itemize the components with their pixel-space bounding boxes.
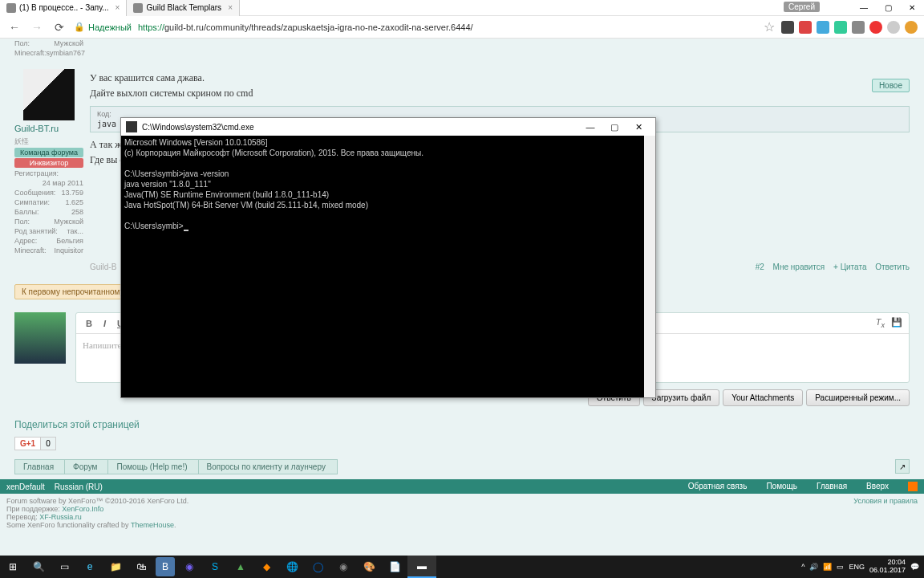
ext-icon[interactable] [852, 21, 865, 34]
minimize-icon[interactable]: — [852, 0, 876, 16]
maximize-icon[interactable]: ▢ [876, 0, 900, 16]
tab-title: (1) В процессе.. - Запу... [19, 3, 109, 12]
cmd-terminal[interactable]: Microsoft Windows [Version 10.0.10586] (… [121, 136, 655, 397]
footer-bar: xenDefault Russian (RU) Обратная связь П… [0, 479, 924, 494]
home-link[interactable]: Главная [817, 482, 847, 491]
vk-icon[interactable]: В [156, 557, 175, 576]
ext-icon[interactable] [869, 21, 882, 34]
post-number[interactable]: #2 [756, 263, 764, 271]
scrollbar[interactable] [644, 136, 655, 397]
breadcrumb-item[interactable]: Вопросы по клиенту и лаунчеру [198, 459, 338, 474]
breadcrumb-item[interactable]: Форум [64, 459, 109, 474]
ext-icon[interactable] [834, 21, 847, 34]
avatar[interactable] [23, 69, 75, 120]
italic-button[interactable]: I [100, 317, 109, 330]
ext-icon[interactable] [781, 21, 794, 34]
save-draft-icon[interactable]: 💾 [891, 317, 902, 329]
gplus-widget[interactable]: G+10 [14, 435, 56, 450]
url-field[interactable]: https://guild-bt.ru/community/threads/za… [138, 22, 757, 32]
clear-format-icon[interactable]: Tx [876, 317, 885, 329]
skype-icon[interactable]: S [202, 556, 228, 578]
close-icon[interactable]: ✕ [626, 119, 650, 135]
like-link[interactable]: Мне нравится [773, 263, 825, 271]
minimize-icon[interactable]: — [578, 119, 602, 135]
lang-link[interactable]: Russian (RU) [55, 482, 103, 491]
breadcrumb-item[interactable]: Главная [14, 459, 66, 474]
cmd-taskbar-icon[interactable]: ▬ [407, 556, 436, 578]
start-button[interactable]: ⊞ [0, 556, 26, 578]
reload-button[interactable]: ⟳ [51, 19, 67, 35]
cmd-titlebar[interactable]: C:\Windows\system32\cmd.exe — ▢ ✕ [121, 118, 655, 136]
maximize-icon[interactable]: ▢ [602, 119, 626, 135]
forward-button[interactable]: → [29, 19, 45, 35]
secure-indicator[interactable]: 🔒 Надежный [74, 22, 132, 32]
app-icon[interactable]: ◯ [305, 556, 330, 578]
username-link[interactable]: Guild-BT.ru [14, 124, 83, 133]
top-link[interactable]: Вверх [866, 482, 889, 491]
notification-icon[interactable]: 💬 [910, 563, 919, 571]
terms-link[interactable]: Условия и правила [853, 497, 918, 505]
user-badge: Сергей [784, 2, 820, 12]
reply-link[interactable]: Ответить [875, 263, 910, 271]
star-icon[interactable]: ☆ [764, 19, 775, 35]
advanced-button[interactable]: Расширенный режим... [806, 389, 910, 406]
browser-titlebar: (1) В процессе.. - Запу... × Guild Black… [0, 0, 924, 16]
bold-button[interactable]: B [83, 317, 95, 330]
quote-link[interactable]: + Цитата [833, 263, 866, 271]
clock[interactable]: 20:04 06.01.2017 [869, 559, 906, 575]
cmd-window[interactable]: C:\Windows\system32\cmd.exe — ▢ ✕ Micros… [120, 117, 656, 398]
close-icon[interactable]: ✕ [900, 0, 924, 16]
cursor [184, 230, 188, 231]
scroll-top-icon[interactable]: ↗ [895, 459, 910, 474]
breadcrumb: Главная Форум Помощь (Help me!) Вопросы … [14, 459, 910, 474]
address-bar: ← → ⟳ 🔒 Надежный https://guild-bt.ru/com… [0, 16, 924, 39]
avatar-icon[interactable] [905, 21, 918, 34]
back-button[interactable]: ← [6, 19, 22, 35]
ext-icon[interactable] [799, 21, 812, 34]
volume-icon[interactable]: 🔊 [809, 563, 818, 571]
network-icon[interactable]: 📶 [823, 563, 832, 571]
lang-indicator[interactable]: ENG [849, 563, 865, 571]
steam-icon[interactable]: ◉ [330, 556, 356, 578]
tab-2[interactable]: Guild Black Templars × [127, 0, 240, 16]
attachments-button[interactable]: Your Attachments [723, 389, 803, 406]
new-button[interactable]: Новое [872, 79, 910, 92]
window-controls: — ▢ ✕ [852, 0, 924, 16]
app-icon[interactable]: ◆ [253, 556, 279, 578]
app-icon[interactable]: 📄 [382, 556, 407, 578]
breadcrumb-item[interactable]: Помощь (Help me!) [107, 459, 199, 474]
contact-link[interactable]: Обратная связь [688, 482, 748, 491]
rss-icon[interactable] [908, 482, 918, 491]
favicon [133, 3, 143, 13]
close-icon[interactable]: × [228, 3, 233, 12]
footer-text: Условия и правила Forum software by XenF… [0, 494, 924, 532]
badge: Команда форума [14, 148, 83, 157]
first-unread-button[interactable]: К первому непрочитанному [14, 284, 132, 299]
tray-up-icon[interactable]: ^ [801, 563, 804, 571]
chrome-icon[interactable]: 🌐 [279, 556, 305, 578]
store-icon[interactable]: 🛍 [128, 556, 154, 578]
edge-icon[interactable]: e [77, 556, 103, 578]
explorer-icon[interactable]: 📁 [103, 556, 128, 578]
avatar[interactable] [14, 312, 66, 364]
favicon [6, 3, 16, 13]
app-icon[interactable]: ▲ [228, 556, 253, 578]
lock-icon: 🔒 [74, 22, 85, 32]
ext-icon[interactable] [887, 21, 900, 34]
viber-icon[interactable]: ◉ [176, 556, 202, 578]
battery-icon[interactable]: ▭ [837, 563, 844, 571]
secure-label: Надежный [88, 22, 132, 32]
theme-link[interactable]: xenDefault [6, 482, 45, 491]
task-view-icon[interactable]: ▭ [51, 556, 77, 578]
cmd-title-text: C:\Windows\system32\cmd.exe [142, 123, 254, 132]
app-icon[interactable]: 🎨 [356, 556, 382, 578]
search-icon[interactable]: 🔍 [26, 556, 51, 578]
system-tray: ^ 🔊 📶 ▭ ENG 20:04 06.01.2017 💬 [801, 559, 924, 575]
ext-icon[interactable] [817, 21, 829, 34]
share-title: Поделиться этой страницей [14, 419, 910, 430]
help-link[interactable]: Помощь [766, 482, 797, 491]
tab-title: Guild Black Templars [146, 3, 221, 12]
close-icon[interactable]: × [116, 3, 120, 12]
badge: Инквизитор [14, 158, 83, 168]
tab-1[interactable]: (1) В процессе.. - Запу... × [0, 0, 127, 16]
